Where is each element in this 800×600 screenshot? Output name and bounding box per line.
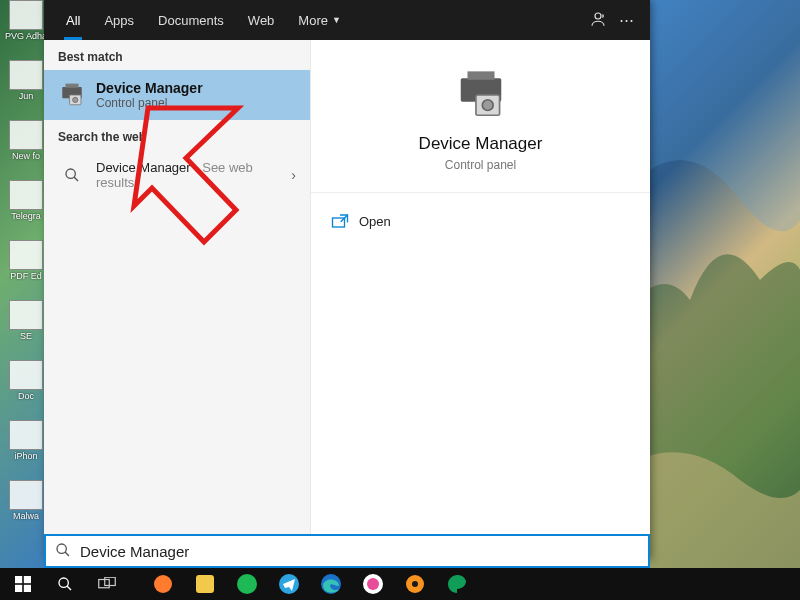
more-options-icon[interactable]: ⋯ xyxy=(612,11,640,29)
svg-point-30 xyxy=(412,581,418,587)
svg-point-5 xyxy=(66,169,75,178)
action-label: Open xyxy=(359,214,391,229)
svg-point-28 xyxy=(367,578,379,590)
start-button[interactable] xyxy=(4,568,42,600)
device-manager-icon xyxy=(58,82,86,108)
section-search-web: Search the web xyxy=(44,120,310,150)
open-icon xyxy=(331,213,349,229)
search-scope-tabs: All Apps Documents Web More▼ ⋯ xyxy=(44,0,650,40)
taskbar-app-edge[interactable] xyxy=(312,568,350,600)
svg-rect-2 xyxy=(66,84,79,88)
tab-web[interactable]: Web xyxy=(236,0,287,40)
device-manager-icon-large xyxy=(453,70,509,120)
chevron-down-icon: ▼ xyxy=(332,15,341,25)
svg-rect-15 xyxy=(24,576,31,583)
svg-line-13 xyxy=(65,552,69,556)
result-device-manager[interactable]: Device Manager Control panel xyxy=(44,70,310,120)
action-open[interactable]: Open xyxy=(327,205,634,237)
tab-all[interactable]: All xyxy=(54,0,92,40)
taskbar-app[interactable] xyxy=(186,568,224,600)
desktop-icon[interactable]: Telegra xyxy=(4,180,48,236)
svg-rect-8 xyxy=(467,71,494,79)
tab-documents[interactable]: Documents xyxy=(146,0,236,40)
task-view-button[interactable] xyxy=(88,568,126,600)
svg-point-18 xyxy=(59,578,68,587)
taskbar-app-hangouts[interactable] xyxy=(438,568,476,600)
search-icon xyxy=(46,542,80,561)
svg-rect-14 xyxy=(15,576,22,583)
desktop-icon[interactable]: Doc xyxy=(4,360,48,416)
feedback-icon[interactable] xyxy=(584,10,612,31)
taskbar-app-itunes[interactable] xyxy=(354,568,392,600)
taskbar xyxy=(0,568,800,600)
taskbar-app-telegram[interactable] xyxy=(270,568,308,600)
result-preview-pane: Device Manager Control panel Open xyxy=(310,40,650,560)
chevron-right-icon: › xyxy=(291,167,296,183)
svg-point-0 xyxy=(595,13,601,19)
start-search-flyout: All Apps Documents Web More▼ ⋯ Best matc… xyxy=(44,0,650,560)
desktop-icon[interactable]: PVG Adha xyxy=(4,0,48,56)
result-subtitle: Control panel xyxy=(96,96,203,110)
svg-line-6 xyxy=(74,177,78,181)
desktop-icon[interactable]: SE xyxy=(4,300,48,356)
taskbar-app-spotify[interactable] xyxy=(228,568,266,600)
taskbar-app[interactable] xyxy=(144,568,182,600)
section-best-match: Best match xyxy=(44,40,310,70)
search-icon xyxy=(58,162,86,188)
preview-title: Device Manager xyxy=(321,134,640,154)
svg-line-19 xyxy=(67,586,71,590)
svg-rect-20 xyxy=(99,580,110,588)
svg-rect-23 xyxy=(196,575,214,593)
svg-point-24 xyxy=(237,574,257,594)
desktop-icon[interactable]: iPhon xyxy=(4,420,48,476)
search-bar[interactable] xyxy=(44,534,650,568)
search-input[interactable] xyxy=(80,543,648,560)
svg-point-10 xyxy=(482,100,493,111)
svg-point-22 xyxy=(154,575,172,593)
taskbar-app[interactable] xyxy=(396,568,434,600)
svg-rect-16 xyxy=(15,585,22,592)
taskbar-search-button[interactable] xyxy=(46,568,84,600)
web-result-row[interactable]: Device Manager - See web results › xyxy=(44,150,310,200)
preview-subtitle: Control panel xyxy=(321,158,640,172)
tab-apps[interactable]: Apps xyxy=(92,0,146,40)
web-result-text: Device Manager - See web results xyxy=(96,160,291,190)
svg-rect-17 xyxy=(24,585,31,592)
desktop-icon[interactable]: New fo xyxy=(4,120,48,176)
svg-point-12 xyxy=(57,544,66,553)
tab-more[interactable]: More▼ xyxy=(286,0,353,40)
desktop-icon[interactable]: PDF Ed xyxy=(4,240,48,296)
desktop-icon[interactable]: Malwa xyxy=(4,480,48,536)
desktop-icon[interactable]: Jun xyxy=(4,60,48,116)
result-title: Device Manager xyxy=(96,80,203,96)
svg-rect-21 xyxy=(105,577,116,585)
svg-point-4 xyxy=(73,97,78,102)
results-list: Best match Device Manager Control panel xyxy=(44,40,310,560)
